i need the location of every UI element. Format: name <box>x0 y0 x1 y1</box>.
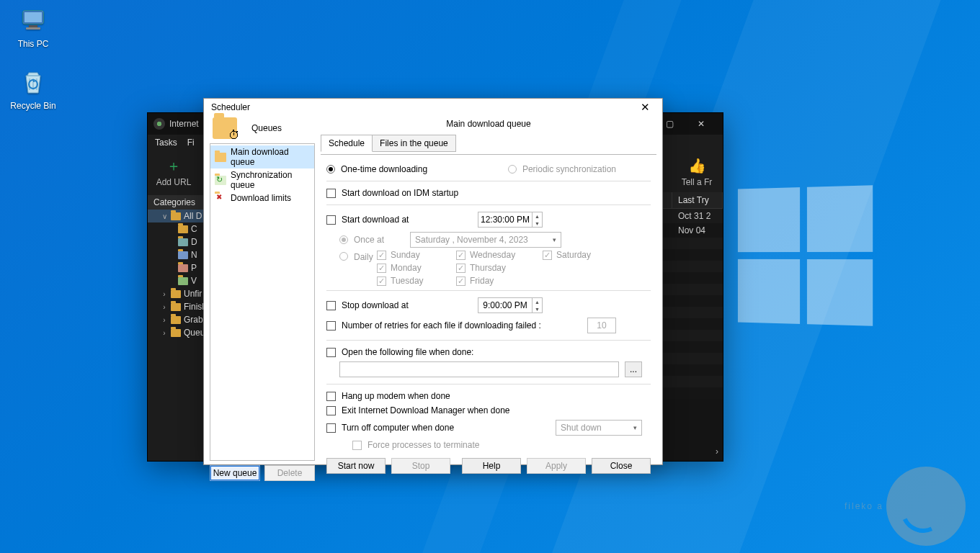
dialog-title: Scheduler <box>211 102 250 112</box>
label-periodic: Periodic synchronization <box>522 164 616 174</box>
scheduler-dialog: Scheduler ✕ Queues Main download queue S… <box>203 98 663 465</box>
panel-title: Main download queue <box>321 116 656 132</box>
chk-retries[interactable] <box>326 321 336 331</box>
svg-rect-2 <box>24 12 42 22</box>
spin-up-icon[interactable]: ▲ <box>533 212 542 220</box>
queues-label: Queues <box>243 123 312 133</box>
time-stop-at[interactable]: ▲▼ <box>478 297 543 313</box>
label-retries: Number of retries for each file if downl… <box>342 320 541 331</box>
chk-sunday[interactable] <box>377 251 386 260</box>
chk-hangup[interactable] <box>326 392 336 401</box>
time-stop-value[interactable] <box>478 298 532 313</box>
chk-wednesday[interactable] <box>456 251 466 260</box>
new-queue-button[interactable]: New queue <box>210 465 260 481</box>
idm-app-icon <box>153 118 165 130</box>
toolbar-label: Tell a Fr <box>682 177 713 187</box>
open-file-path[interactable] <box>339 361 619 377</box>
chk-tuesday[interactable] <box>377 276 386 286</box>
scheduler-right-panel: Main download queue Schedule Files in th… <box>321 116 656 481</box>
queues-list: Main download queue Synchronization queu… <box>210 143 315 461</box>
time-start-at[interactable]: ▲▼ <box>478 212 543 228</box>
queues-panel: Queues Main download queue Synchronizati… <box>210 116 315 481</box>
close-button[interactable]: Close <box>592 458 651 474</box>
chk-start-on-startup[interactable] <box>326 189 336 198</box>
chk-friday[interactable] <box>456 276 466 286</box>
clock-folder-icon <box>213 117 237 139</box>
label-open-file: Open the following file when done: <box>342 347 473 357</box>
desktop-icon-this-pc[interactable]: This PC <box>6 6 61 49</box>
windows-logo <box>738 185 873 325</box>
apply-button[interactable]: Apply <box>527 458 586 474</box>
queue-sync[interactable]: Synchronization queue <box>210 168 314 192</box>
label-stop-at: Stop download at <box>342 300 409 310</box>
chk-force[interactable] <box>352 441 362 450</box>
help-button[interactable]: Help <box>462 458 521 474</box>
close-icon[interactable]: ✕ <box>632 99 658 116</box>
label-one-time: One-time downloading <box>341 164 427 174</box>
col-last-try[interactable]: Last Try <box>672 192 723 208</box>
radio-one-time[interactable] <box>326 165 335 174</box>
recycle-bin-icon <box>18 68 48 98</box>
desktop-icon-recycle-bin[interactable]: Recycle Bin <box>6 68 61 111</box>
label-start-on-startup: Start download on IDM startup <box>342 188 458 198</box>
limits-icon <box>215 194 226 203</box>
watermark: fileko a <box>845 467 966 546</box>
date-value: Saturday , November 4, 2023 <box>415 235 528 245</box>
tab-schedule[interactable]: Schedule <box>321 135 373 152</box>
shutdown-mode[interactable]: Shut down▾ <box>556 420 642 436</box>
toolbar-label: Add URL <box>156 177 192 187</box>
chevron-down-icon: ▾ <box>633 424 637 431</box>
stop-button[interactable]: Stop <box>391 458 450 474</box>
toolbar-tell-friend[interactable]: 👍 Tell a Fr <box>677 156 717 187</box>
chk-exit-idm[interactable] <box>326 406 336 415</box>
pc-icon <box>18 6 48 36</box>
queue-limits[interactable]: Download limits <box>210 192 314 204</box>
chk-saturday[interactable] <box>543 251 552 260</box>
folder-icon <box>215 153 226 162</box>
label-turnoff: Turn off computer when done <box>342 423 454 433</box>
scroll-right-icon[interactable]: › <box>716 446 718 457</box>
radio-once-at[interactable] <box>339 235 348 244</box>
close-button[interactable]: ✕ <box>685 113 717 135</box>
label-hangup: Hang up modem when done <box>342 391 450 401</box>
thumb-icon: 👍 <box>687 156 707 176</box>
chk-open-file[interactable] <box>326 348 336 357</box>
toolbar-add-url[interactable]: ＋ Add URL <box>153 156 194 187</box>
radio-daily[interactable] <box>339 252 348 261</box>
start-now-button[interactable]: Start now <box>326 458 386 474</box>
chk-start-at[interactable] <box>326 215 336 225</box>
desktop-icon-label: This PC <box>18 39 49 49</box>
chk-stop-at[interactable] <box>326 301 336 310</box>
label-start-at: Start download at <box>342 215 409 225</box>
sync-folder-icon <box>215 176 226 185</box>
time-start-value[interactable] <box>478 212 532 227</box>
label-force: Force processes to terminate <box>368 440 479 450</box>
delete-queue-button[interactable]: Delete <box>264 465 315 481</box>
label-exit-idm: Exit Internet Download Manager when done <box>342 405 509 415</box>
spin-down-icon[interactable]: ▼ <box>533 220 542 227</box>
desktop-icon-label: Recycle Bin <box>10 101 55 111</box>
menu-file[interactable]: Fi <box>187 138 195 148</box>
chk-turnoff[interactable] <box>326 423 336 433</box>
menu-tasks[interactable]: Tasks <box>155 138 177 148</box>
queue-main[interactable]: Main download queue <box>210 145 314 168</box>
scheduler-titlebar[interactable]: Scheduler ✕ <box>204 99 662 116</box>
tab-files[interactable]: Files in the queue <box>372 135 456 152</box>
spin-down-icon[interactable]: ▼ <box>533 305 542 313</box>
label-once-at: Once at <box>354 235 384 245</box>
bird-icon <box>886 467 966 546</box>
chk-thursday[interactable] <box>456 264 466 273</box>
svg-rect-3 <box>29 25 37 27</box>
date-once-at[interactable]: Saturday , November 4, 2023 ▾ <box>410 232 561 248</box>
chevron-down-icon: ▾ <box>553 236 556 243</box>
svg-rect-4 <box>26 27 40 30</box>
browse-button[interactable]: ... <box>625 361 642 377</box>
idm-title-text: Internet <box>169 119 199 129</box>
plus-icon: ＋ <box>164 156 184 176</box>
spin-up-icon[interactable]: ▲ <box>533 298 542 305</box>
retries-value[interactable]: 10 <box>587 318 616 333</box>
chk-monday[interactable] <box>377 264 386 273</box>
radio-periodic[interactable] <box>508 165 517 174</box>
